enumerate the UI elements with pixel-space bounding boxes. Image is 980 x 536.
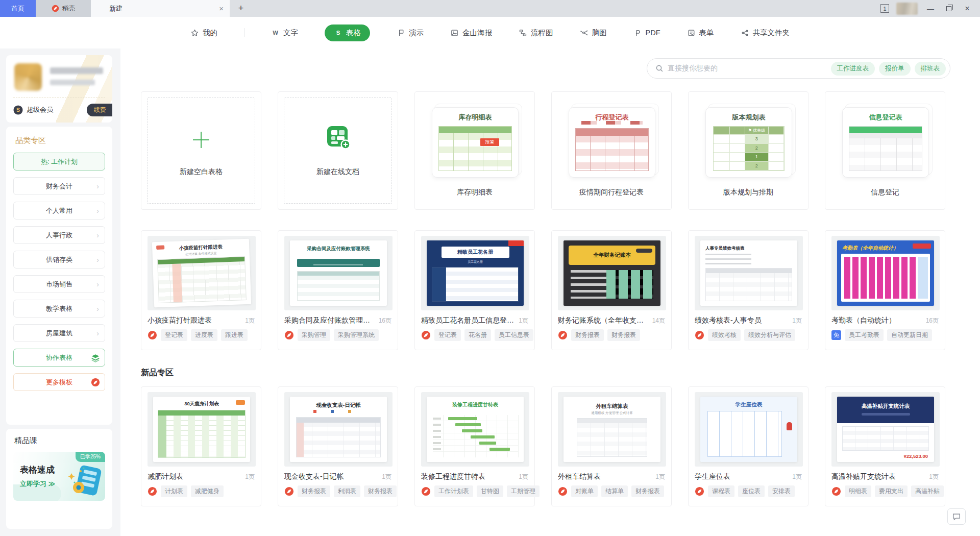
tab-home[interactable]: 首页 (0, 0, 36, 17)
featured-template-card[interactable]: 信息登记表信息登记 (825, 91, 945, 210)
template-card[interactable]: 采购合同及应付账款管理系统采购合同及应付账款管理系统16页采购管理采购管理系统 (278, 230, 398, 350)
template-tag[interactable]: 利润表 (334, 485, 360, 497)
sidebar-category-item-5[interactable]: 市场销售› (13, 275, 105, 293)
template-tag[interactable]: 员工考勤表 (845, 329, 884, 341)
quick-create-card-online-doc[interactable]: 新建在线文档 (278, 91, 398, 210)
template-tag[interactable]: 花名册 (464, 329, 491, 341)
sidebar-category-item-6[interactable]: 教学表格› (13, 300, 105, 318)
template-card[interactable]: 小孩疫苗打针跟进表公式计算 条件格式设置小孩疫苗打针跟进表1页登记表进度表跟进表 (141, 230, 261, 350)
template-tag[interactable]: 工作计划表 (434, 485, 473, 497)
template-tag[interactable]: 财务报表 (631, 485, 664, 497)
template-tag[interactable]: 费用支出 (875, 485, 908, 497)
sidebar-category-item-7[interactable]: 房屋建筑› (13, 324, 105, 342)
template-tag[interactable]: 安排表 (768, 485, 795, 497)
template-card[interactable]: 精致员工花名册员工花名册精致员工花名册员工信息登记表1页登记表花名册员工信息表 (414, 230, 535, 350)
template-tag[interactable]: 财务报表 (298, 485, 330, 497)
minimize-button[interactable]: — (925, 5, 936, 13)
table-cell (769, 153, 784, 162)
template-tag[interactable]: 高温补贴 (911, 485, 944, 497)
template-tag[interactable]: 财务报表 (364, 485, 397, 497)
nav-tab-writer[interactable]: W文字 (271, 28, 298, 38)
template-card[interactable]: 全年财务记账本财务记账系统（全年收支管理...14页财务报表财务报表 (551, 230, 672, 350)
nav-tab-poster[interactable]: 金山海报 (450, 28, 492, 38)
template-tag[interactable]: 甘特图 (477, 485, 503, 497)
template-tag[interactable]: 员工信息表 (495, 329, 533, 341)
template-title: 绩效考核表-人事专员 (695, 316, 788, 325)
sidebar-category-collab-8[interactable]: 协作表格 (13, 349, 105, 367)
nav-tab-form[interactable]: 表单 (687, 28, 714, 38)
template-tag[interactable]: 课程表 (708, 485, 734, 497)
sidebar-category-more-9[interactable]: 更多模板 (13, 373, 105, 391)
tab-close-icon[interactable]: × (219, 4, 224, 13)
template-thumbnail: 30天瘦身计划表 (153, 397, 250, 462)
quick-create-card-blank-sheet[interactable]: 新建空白表格 (141, 91, 261, 210)
template-label: 库存明细表 (415, 188, 534, 197)
tab-docer[interactable]: 稻壳 (36, 0, 91, 17)
template-card[interactable]: 考勤表（全年自动统计）考勤表（自动统计）16页免员工考勤表自动更新日期 (825, 230, 945, 350)
window-count-badge[interactable]: 1 (880, 4, 889, 13)
sidebar-category-item-1[interactable]: 财务会计› (13, 177, 105, 195)
nav-tab-mindmap[interactable]: 脑图 (580, 28, 607, 38)
restore-button[interactable] (943, 5, 954, 13)
user-avatar[interactable] (896, 3, 918, 15)
template-card[interactable]: 现金收支表-日记帐现金收支表-日记帐1页财务报表利润表财务报表 (278, 386, 398, 506)
template-card[interactable]: 装修工程进度甘特表装修工程进度甘特表1页工作计划表甘特图工期管理 (414, 386, 535, 506)
tab-new[interactable]: 新建 × (91, 0, 230, 17)
renew-button[interactable]: 续费 (87, 104, 112, 116)
template-tag[interactable]: 明细表 (845, 485, 871, 497)
template-tag[interactable]: 进度表 (191, 329, 217, 341)
template-tag[interactable]: 采购管理 (298, 329, 330, 341)
sidebar-category-hot-0[interactable]: 热: 工作计划 (13, 153, 105, 170)
template-tag[interactable]: 登记表 (161, 329, 187, 341)
template-tag[interactable]: 登记表 (434, 329, 461, 341)
nav-tab-flowchart[interactable]: 流程图 (519, 28, 553, 38)
template-tag[interactable]: 跟进表 (221, 329, 248, 341)
template-card[interactable]: 人事专员绩效考核表绩效考核表-人事专员1页绩效考核绩效分析与评估 (688, 230, 808, 350)
search-input[interactable]: 直接搜你想要的 (668, 64, 827, 73)
nav-tab-presentation[interactable]: 演示 (397, 28, 424, 38)
search-hot-tag[interactable]: 报价单 (879, 62, 911, 76)
search-bar[interactable]: 直接搜你想要的 工作进度表报价单排班表 (647, 58, 950, 79)
template-card[interactable]: 高温补贴开支统计表¥22,523.00高温补贴开支统计表1页明细表费用支出高温补… (825, 386, 945, 506)
nav-tab-pdf[interactable]: PDF (633, 29, 660, 37)
template-tag[interactable]: 计划表 (161, 485, 187, 497)
template-tag[interactable]: 绩效考核 (708, 329, 741, 341)
chat-bubble-icon (952, 512, 961, 521)
template-tag[interactable]: 自动更新日期 (887, 329, 932, 341)
course-cta-link[interactable]: 立即学习 ≫ (20, 479, 55, 489)
template-card[interactable]: 30天瘦身计划表减肥计划表1页计划表减肥健身 (141, 386, 261, 506)
category-panel-title: 品类专区 (15, 136, 105, 145)
template-tag[interactable]: 工期管理 (507, 485, 540, 497)
course-banner[interactable]: 已学25% 表格速成 立即学习 ≫ (13, 452, 105, 501)
sidebar-category-item-4[interactable]: 供销存类› (13, 251, 105, 269)
sidebar-category-item-3[interactable]: 人事行政› (13, 226, 105, 244)
template-tag[interactable]: 财务报表 (607, 329, 640, 341)
nav-tab-shared-folder[interactable]: 共享文件夹 (741, 28, 790, 38)
template-tag[interactable]: 财务报表 (571, 329, 604, 341)
template-tag[interactable]: 结算单 (601, 485, 628, 497)
tab-new-label: 新建 (109, 4, 122, 13)
sidebar-category-item-2[interactable]: 个人常用› (13, 202, 105, 220)
profile-avatar[interactable] (14, 63, 42, 91)
template-tag[interactable]: 采购管理系统 (334, 329, 379, 341)
featured-template-card[interactable]: 版本规划表⚑ 优先级3212版本规划与排期 (688, 91, 808, 210)
chat-support-button[interactable] (947, 508, 966, 525)
search-hot-tag[interactable]: 排班表 (915, 62, 946, 76)
template-tag[interactable]: 减肥健身 (191, 485, 224, 497)
nav-tab-spreadsheet[interactable]: S表格 (325, 25, 370, 41)
template-tag[interactable]: 座位表 (738, 485, 765, 497)
close-button[interactable]: × (962, 4, 973, 13)
profile-card[interactable]: S 超级会员 续费 (6, 55, 112, 123)
featured-template-card[interactable]: 库存明细表报警库存明细表 (414, 91, 535, 210)
template-tag[interactable]: 对账单 (571, 485, 598, 497)
new-tab-button[interactable]: + (230, 0, 252, 17)
template-card[interactable]: 学生座位表学生座位表1页课程表座位表安排表 (688, 386, 808, 506)
template-meta: 学生座位表1页 (695, 472, 802, 481)
gantt-row-label (433, 424, 441, 426)
template-card[interactable]: 外租车结算表通用模板 方便管理 公式计算外租车结算表1页对账单结算单财务报表 (551, 386, 672, 506)
nav-tab-mine[interactable]: 我的 (190, 28, 217, 38)
template-tag[interactable]: 绩效分析与评估 (744, 329, 795, 341)
featured-template-card[interactable]: 行程登记表疫情期间行程登记表 (551, 91, 672, 210)
search-hot-tag[interactable]: 工作进度表 (831, 62, 875, 76)
table-cell: 2 (745, 162, 769, 171)
